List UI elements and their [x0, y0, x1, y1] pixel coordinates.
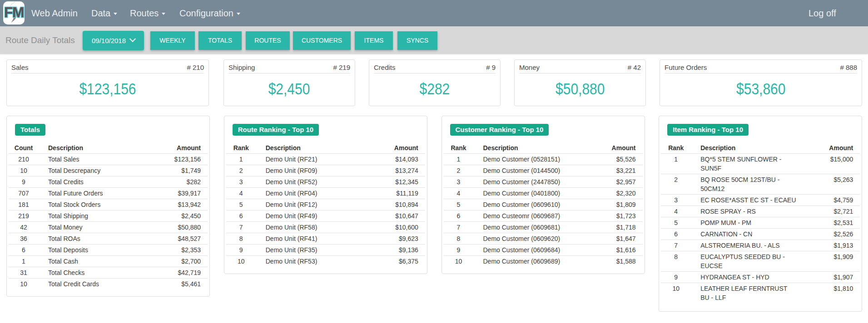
svg-text:FM: FM	[4, 4, 24, 20]
